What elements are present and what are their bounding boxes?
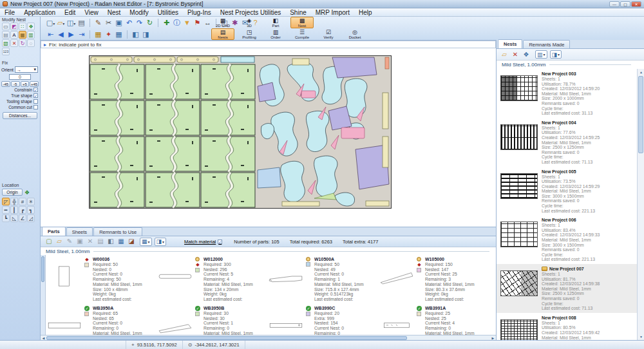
part-card-w10500a[interactable]: W10500A Required: 50Nested: 49Current Ne… [269, 254, 379, 303]
parts-tab-parts[interactable]: Parts [42, 227, 66, 236]
angle-right-icon[interactable]: ◿ [27, 214, 35, 222]
align-center-icon[interactable]: ╬ [10, 198, 18, 205]
list-layout-combo[interactable]: ◨▾ [550, 50, 562, 59]
list-layout-combo[interactable]: ◨▾ [155, 238, 167, 246]
next-sheet-icon[interactable]: ▶ [66, 30, 76, 39]
nests-vertical-scrollbar[interactable]: ▲ ▼ [637, 69, 644, 340]
chevron-down-icon[interactable]: ▾ [148, 240, 150, 244]
corner-top-left-icon[interactable]: ┏ [19, 206, 26, 214]
parts-tab-remnants-to-use[interactable]: Remnants to Use [93, 227, 142, 236]
filter-icon[interactable]: ▼ [182, 18, 192, 28]
move-node-icon[interactable]: ✚ [162, 18, 171, 28]
scroll-right-icon[interactable]: ▶ [490, 336, 496, 340]
nest-check-icon[interactable]: ▧ [2, 39, 10, 47]
edit-pencil-icon[interactable]: ✎ [93, 18, 103, 28]
workflow-nest-button[interactable]: ▩Nest [290, 17, 314, 28]
refresh-icon[interactable]: ↻ [145, 18, 155, 28]
scrollbar-thumb[interactable] [46, 336, 407, 340]
corner-bottom-left-icon[interactable]: ┗ [2, 214, 10, 222]
menu-nest-projects-utilities[interactable]: Nest Projects Utilities [216, 8, 285, 17]
edit-part-icon[interactable]: ✎ [65, 237, 74, 246]
sheet-grid-icon[interactable]: ▦ [114, 30, 124, 39]
part-card-w00036[interactable]: ◆ W00036 Required: 50Nested: 0Current Ne… [47, 254, 158, 303]
pan-view-icon[interactable]: ❖ [522, 50, 531, 59]
part-card-wb3991a[interactable]: ✓ WB3991A Required: 25Nested: 25Current … [379, 303, 490, 335]
nest-canvas[interactable] [41, 48, 496, 227]
rotate-5-button[interactable]: -5 [11, 81, 20, 87]
rotate-5-button[interactable]: +5 [21, 81, 30, 87]
match-material-checkbox[interactable]: ✓ [218, 240, 222, 244]
thumbnail-size-combo[interactable]: ▦▾ [140, 238, 152, 246]
menu-shine[interactable]: Shine [285, 8, 311, 17]
menu-edit[interactable]: Edit [60, 8, 80, 17]
constrain-checkbox[interactable]: ✓ [33, 88, 38, 92]
workflow-compile-button[interactable]: ☰Compile [290, 28, 314, 40]
align-grid-icon[interactable]: # [19, 198, 26, 205]
add-text-icon[interactable]: A [10, 31, 18, 39]
scroll-down-icon[interactable]: ▼ [638, 334, 644, 340]
report-icon[interactable]: ◪ [127, 237, 136, 246]
corner-top-right-icon[interactable]: ┓ [27, 206, 35, 214]
align-top-left-icon[interactable]: ◸ [2, 198, 10, 205]
window-split-icon[interactable]: ◧ [131, 30, 140, 39]
part-card-wb3950a[interactable]: ✓ WB3950A Required: 65Nested: 65Current … [47, 303, 158, 335]
thumbnail-size-combo[interactable]: ▥▾ [535, 50, 547, 59]
undo-icon[interactable]: ↶ [124, 18, 134, 28]
window-full-icon[interactable]: ◨ [141, 30, 151, 39]
scrollbar-thumb[interactable] [638, 76, 643, 153]
previous-sheet-icon[interactable]: ◀ [56, 30, 66, 39]
nest-item-new-project-006[interactable]: New Project 006 Sheets: 1Utilisation: 83… [497, 215, 637, 264]
nest-item-new-project-007[interactable]: New Project 007 Sheets: 1Utilisation: 81… [497, 264, 637, 313]
workflow-part-button[interactable]: ◧Part [264, 17, 287, 28]
parts-vertical-scrollbar[interactable] [41, 255, 46, 335]
redo-icon[interactable]: ↷ [135, 18, 144, 28]
delete-part-icon[interactable]: ✕ [10, 39, 18, 47]
close-button[interactable]: ✕ [631, 1, 641, 7]
origin-button[interactable]: Origin [2, 189, 23, 196]
orient-select[interactable]: → ▾ [15, 66, 38, 73]
last-sheet-icon[interactable]: ⇥ [77, 30, 86, 39]
tooling-shape-checkbox[interactable] [33, 99, 38, 104]
align-vertical-icon[interactable]: ┃ [10, 206, 18, 214]
common-cut-checkbox[interactable] [33, 105, 38, 109]
menu-plug-ins[interactable]: Plug-Ins [183, 8, 216, 17]
part-card-wb3990c[interactable]: ✓ WB3990C Required: 20Extra: 999Nested: … [269, 303, 379, 335]
menu-view[interactable]: View [80, 8, 103, 17]
align-horizontal-icon[interactable]: ━ [2, 206, 10, 214]
add-part-icon[interactable]: ❖ [27, 23, 35, 30]
menu-modify[interactable]: Modify [125, 8, 153, 17]
menu-mrp-import[interactable]: MRP Import [311, 8, 354, 17]
nest-item-new-project-008[interactable]: New Project 008 Sheets: 1Utilisation: 80… [497, 313, 637, 340]
scroll-left-icon[interactable]: ◀ [41, 336, 46, 340]
angle-input[interactable]: 0 [9, 74, 31, 80]
angle-left-icon[interactable]: ◺ [10, 214, 18, 222]
workflow-profiling-button[interactable]: ◳Profiling [238, 28, 261, 40]
workflow-3d-button[interactable]: ◈3D [238, 17, 261, 28]
rotate-45-button[interactable]: -45 [1, 81, 10, 87]
print-icon[interactable]: ▤ [77, 18, 86, 28]
open-parts-icon[interactable]: ▱ [55, 237, 64, 246]
copy-part-icon[interactable]: ▣ [75, 237, 84, 246]
menu-help[interactable]: Help [354, 8, 377, 17]
add-parts-icon[interactable]: ▢ [44, 237, 53, 246]
sheet-outline-icon[interactable]: ▭ [2, 23, 10, 30]
copy-icon[interactable]: ▣ [114, 18, 124, 28]
cut-icon[interactable]: ✂ [104, 18, 113, 28]
align-scatter-icon[interactable]: ✳ [27, 198, 35, 205]
title-bar[interactable]: New Project 007 (New Project) - Radan Ne… [0, 0, 644, 8]
nest-item-new-project-003[interactable]: New Project 003 Sheets: 1Utilisation: 78… [497, 69, 637, 118]
table-view-icon[interactable]: ▦ [117, 237, 126, 246]
sheet-tools-icon[interactable]: ✦ [104, 30, 113, 39]
workflow-2d-cad-button[interactable]: ▦2D CAD [211, 17, 234, 28]
rotate-45-button[interactable]: +45 [30, 81, 39, 87]
circle-select-icon[interactable]: ◌ [27, 39, 35, 47]
workflow-nests-button[interactable]: ▤Nests [211, 28, 234, 40]
maximize-button[interactable]: ▢ [620, 1, 630, 7]
chevron-down-icon[interactable]: ▾ [53, 22, 55, 26]
sequence-icon[interactable]: 123 [2, 48, 10, 55]
nests-tab-nests[interactable]: Nests [498, 39, 522, 48]
parts-horizontal-scrollbar[interactable]: ◀ ▶ [41, 335, 496, 340]
scrollbar-thumb[interactable] [41, 256, 44, 282]
nest-item-new-project-005[interactable]: New Project 005 Sheets: 1Utilisation: 73… [497, 167, 637, 216]
interactive-nest-icon[interactable]: ▦ [19, 31, 26, 39]
